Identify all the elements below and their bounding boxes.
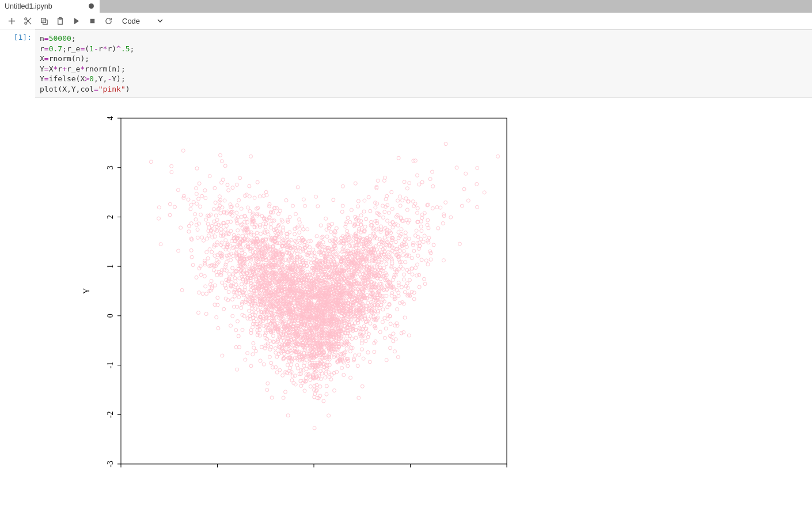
svg-point-2089	[386, 305, 389, 309]
restart-button[interactable]	[100, 13, 116, 28]
svg-point-218	[383, 337, 386, 340]
svg-point-4109	[402, 278, 405, 281]
cell-type-select[interactable]: Code	[122, 17, 163, 25]
svg-point-1597	[399, 249, 402, 252]
svg-point-2603	[341, 185, 344, 188]
svg-point-2576	[298, 231, 301, 235]
svg-point-4155	[235, 183, 238, 187]
svg-point-4449	[393, 350, 397, 353]
svg-point-2098	[325, 384, 328, 388]
svg-point-4202	[309, 240, 313, 243]
copy-button[interactable]	[36, 13, 52, 28]
svg-point-1398	[385, 262, 388, 266]
svg-point-1811	[408, 278, 412, 282]
svg-point-3283	[464, 172, 468, 176]
svg-point-2967	[392, 339, 395, 343]
code-input[interactable]: n=50000; r=0.7;r_e=(1-r*r)^.5; X=rnorm(n…	[35, 29, 812, 98]
svg-point-3269	[236, 320, 240, 323]
svg-point-3732	[268, 355, 271, 358]
svg-point-2535	[416, 263, 419, 266]
svg-point-1692	[157, 206, 161, 209]
svg-point-2718	[369, 315, 373, 319]
svg-point-1401	[216, 296, 219, 300]
cut-button[interactable]	[20, 13, 36, 28]
stop-button[interactable]	[84, 13, 100, 28]
svg-point-1919	[286, 414, 290, 417]
svg-point-2684	[192, 201, 195, 204]
svg-text:3: 3	[106, 165, 115, 169]
svg-point-3166	[270, 396, 274, 399]
svg-point-1369	[199, 213, 203, 217]
chevron-down-icon	[157, 17, 163, 25]
svg-point-3455	[219, 243, 223, 247]
svg-point-40	[227, 273, 231, 276]
svg-point-2510	[180, 289, 184, 292]
svg-point-2044	[299, 369, 303, 372]
svg-point-2915	[256, 180, 259, 184]
svg-text:Y: Y	[82, 288, 91, 294]
svg-point-3178	[397, 284, 400, 287]
svg-point-292	[429, 258, 432, 262]
svg-point-2206	[252, 342, 255, 345]
svg-point-4305	[381, 216, 385, 220]
svg-point-3378	[274, 347, 277, 350]
svg-point-2606	[462, 187, 466, 191]
run-button[interactable]	[68, 13, 84, 28]
svg-point-2474	[214, 201, 217, 205]
svg-rect-2	[41, 18, 45, 22]
svg-point-3486	[329, 231, 333, 234]
svg-point-4225	[363, 225, 367, 229]
svg-point-1046	[219, 154, 222, 157]
svg-point-1093	[362, 210, 366, 213]
plot-container: -3-2-101234Y	[35, 104, 812, 517]
svg-point-1223	[246, 352, 249, 355]
svg-point-2626	[418, 183, 421, 186]
svg-point-2267	[366, 335, 370, 339]
svg-point-4293	[260, 214, 264, 218]
svg-point-1668	[396, 199, 400, 202]
svg-point-4128	[404, 261, 407, 264]
svg-point-600	[411, 200, 415, 203]
svg-point-3059	[259, 359, 262, 363]
svg-point-1950	[223, 199, 226, 202]
svg-point-698	[249, 155, 253, 159]
svg-point-2567	[196, 236, 199, 240]
svg-point-3220	[306, 228, 309, 231]
svg-point-646	[496, 155, 500, 159]
svg-point-1835	[319, 224, 322, 227]
svg-point-1892	[356, 199, 360, 203]
svg-point-1972	[412, 297, 416, 301]
svg-point-2907	[458, 242, 461, 246]
svg-point-3337	[428, 178, 432, 181]
svg-point-1672	[405, 187, 409, 190]
svg-point-4410	[313, 427, 316, 430]
svg-point-3530	[328, 239, 332, 243]
svg-point-1253	[270, 361, 273, 365]
svg-point-3176	[240, 282, 244, 286]
svg-point-904	[435, 206, 439, 209]
code-cell[interactable]: [1]: n=50000; r=0.7;r_e=(1-r*r)^.5; X=rn…	[0, 29, 812, 98]
paste-button[interactable]	[52, 13, 68, 28]
svg-point-1101	[224, 265, 227, 269]
svg-point-2799	[397, 268, 401, 271]
add-cell-button[interactable]	[3, 13, 20, 28]
svg-point-3314	[399, 301, 402, 305]
svg-point-2595	[403, 316, 407, 319]
svg-point-1278	[204, 285, 207, 288]
svg-point-2494	[345, 347, 348, 350]
svg-point-402	[281, 374, 284, 378]
svg-point-1952	[373, 350, 376, 354]
svg-point-1806	[364, 339, 367, 343]
svg-point-1695	[423, 277, 426, 281]
svg-point-1435	[401, 254, 404, 257]
svg-point-1569	[256, 333, 259, 337]
svg-point-4307	[321, 241, 325, 244]
svg-point-2955	[278, 368, 282, 372]
svg-point-4162	[267, 261, 270, 264]
svg-point-3279	[333, 389, 336, 393]
svg-point-3532	[394, 338, 397, 341]
notebook-tab[interactable]: Untitled1.ipynb	[0, 0, 100, 13]
svg-text:-2: -2	[106, 412, 115, 418]
svg-point-4420	[418, 273, 421, 277]
svg-point-1625	[309, 385, 312, 388]
